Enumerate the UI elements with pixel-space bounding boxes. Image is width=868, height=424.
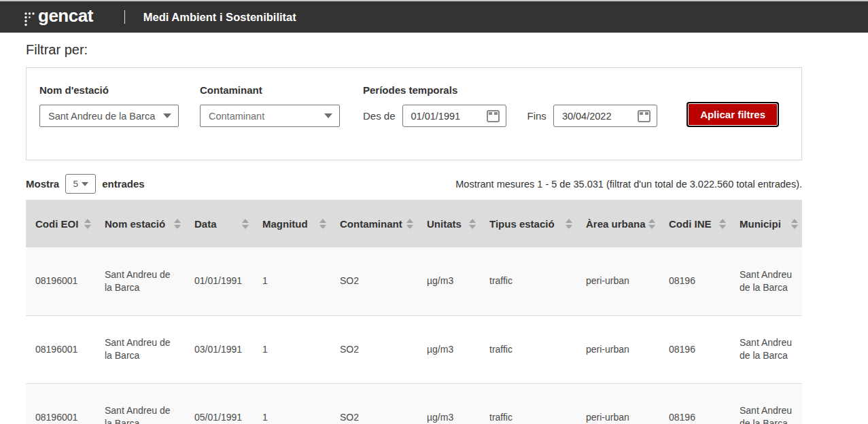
column-header-label: Data bbox=[194, 218, 217, 230]
contaminant-filter-group: Contaminant Contaminant bbox=[200, 84, 340, 127]
table-cell: 08196 bbox=[659, 247, 730, 315]
sort-icon[interactable] bbox=[719, 219, 726, 229]
table-cell: 03/01/1991 bbox=[185, 315, 253, 383]
contaminant-select[interactable]: Contaminant bbox=[200, 105, 340, 127]
station-select[interactable]: Sant Andreu de la Barca bbox=[39, 105, 179, 127]
results-table-header-row: Codi EOINom estacióDataMagnitudContamina… bbox=[26, 200, 802, 247]
table-cell: Sant Andreu de la Barca bbox=[730, 383, 802, 424]
column-header-label: Unitats bbox=[427, 218, 462, 230]
list-controls: Mostra 5 entrades Mostrant mesures 1 - 5… bbox=[26, 174, 802, 194]
column-header[interactable]: Contaminant bbox=[330, 200, 417, 247]
date-to-label: Fins bbox=[527, 110, 546, 122]
column-header[interactable]: Data bbox=[185, 200, 253, 247]
table-cell: 08196001 bbox=[26, 383, 95, 424]
results-status: Mostrant mesures 1 - 5 de 35.031 (filtra… bbox=[455, 179, 802, 190]
gencat-logo[interactable]: gencat bbox=[24, 7, 93, 27]
table-cell: µg/m3 bbox=[417, 383, 480, 424]
column-header[interactable]: Magnitud bbox=[253, 200, 330, 247]
column-header[interactable]: Tipus estació bbox=[480, 200, 576, 247]
table-row: 08196001Sant Andreu de la Barca01/01/199… bbox=[26, 247, 802, 315]
sort-icon[interactable] bbox=[174, 219, 181, 229]
column-header-label: Magnitud bbox=[262, 218, 308, 230]
table-row: 08196001Sant Andreu de la Barca03/01/199… bbox=[26, 315, 802, 383]
sort-icon[interactable] bbox=[242, 219, 249, 229]
page-size-value: 5 bbox=[73, 179, 78, 189]
table-cell: Sant Andreu de la Barca bbox=[730, 247, 802, 315]
table-cell: traffic bbox=[480, 247, 576, 315]
table-cell: traffic bbox=[480, 315, 576, 383]
table-cell: 01/01/1991 bbox=[185, 247, 253, 315]
column-header[interactable]: Municipi bbox=[730, 200, 802, 247]
table-cell: SO2 bbox=[330, 247, 417, 315]
date-to-input[interactable]: 30/04/2022 bbox=[553, 105, 657, 127]
calendar-icon[interactable] bbox=[487, 110, 500, 122]
station-filter-group: Nom d'estació Sant Andreu de la Barca bbox=[39, 84, 179, 127]
column-header[interactable]: Nom estació bbox=[95, 200, 185, 247]
table-cell: 1 bbox=[253, 247, 330, 315]
column-header-label: Nom estació bbox=[105, 218, 165, 230]
chevron-down-icon bbox=[163, 113, 171, 118]
table-cell: Sant Andreu de la Barca bbox=[730, 315, 802, 383]
station-label: Nom d'estació bbox=[39, 84, 179, 98]
table-cell: 1 bbox=[253, 315, 330, 383]
table-cell: peri-urban bbox=[576, 383, 659, 424]
column-header-label: Tipus estació bbox=[489, 218, 555, 230]
table-cell: SO2 bbox=[330, 383, 417, 424]
date-to-value: 30/04/2022 bbox=[562, 111, 638, 122]
table-cell: SO2 bbox=[330, 315, 417, 383]
table-cell: 08196 bbox=[659, 315, 730, 383]
table-cell: 1 bbox=[253, 383, 330, 424]
table-cell: µg/m3 bbox=[417, 247, 480, 315]
sort-icon[interactable] bbox=[648, 219, 655, 229]
column-header[interactable]: Àrea urbana bbox=[576, 200, 659, 247]
filter-panel: Nom d'estació Sant Andreu de la Barca Co… bbox=[26, 67, 802, 160]
logo-text: gencat bbox=[38, 7, 93, 24]
chevron-down-icon bbox=[82, 182, 88, 186]
table-cell: 08196 bbox=[659, 383, 730, 424]
period-row: Des de 01/01/1991 Fins 30/04/2022 bbox=[363, 105, 657, 127]
show-label: Mostra bbox=[26, 178, 59, 190]
results-table-body: 08196001Sant Andreu de la Barca01/01/199… bbox=[26, 247, 802, 424]
contaminant-select-value: Contaminant bbox=[209, 111, 319, 122]
table-cell: traffic bbox=[480, 383, 576, 424]
navbar-separator bbox=[124, 10, 125, 24]
date-from-value: 01/01/1991 bbox=[411, 111, 487, 122]
main-content: Filtrar per: Nom d'estació Sant Andreu d… bbox=[0, 42, 868, 424]
column-header[interactable]: Codi EOI bbox=[26, 200, 95, 247]
column-header-label: Municipi bbox=[740, 218, 781, 230]
column-header[interactable]: Unitats bbox=[417, 200, 480, 247]
sort-icon[interactable] bbox=[566, 219, 572, 229]
sort-icon[interactable] bbox=[469, 219, 476, 229]
station-select-value: Sant Andreu de la Barca bbox=[48, 111, 158, 122]
sort-icon[interactable] bbox=[791, 219, 798, 229]
apply-filters-button[interactable]: Aplicar filtres bbox=[687, 102, 779, 127]
gencat-dots-icon bbox=[24, 10, 36, 27]
table-cell: Sant Andreu de la Barca bbox=[95, 247, 185, 315]
sort-icon[interactable] bbox=[406, 219, 413, 229]
top-navbar: gencat Medi Ambient i Sostenibilitat bbox=[0, 1, 868, 33]
column-header-label: Codi INE bbox=[669, 218, 712, 230]
apply-button-wrap: Aplicar filtres bbox=[687, 102, 779, 127]
chevron-down-icon bbox=[324, 113, 332, 118]
table-cell: 08196001 bbox=[26, 247, 95, 315]
period-filter-group: Períodes temporals Des de 01/01/1991 Fin… bbox=[363, 84, 657, 127]
sort-icon[interactable] bbox=[84, 219, 91, 229]
column-header[interactable]: Codi INE bbox=[659, 200, 730, 247]
period-label: Períodes temporals bbox=[363, 84, 657, 98]
date-from-label: Des de bbox=[363, 110, 396, 122]
page-size-select[interactable]: 5 bbox=[65, 174, 96, 194]
date-from-input[interactable]: 01/01/1991 bbox=[402, 105, 506, 127]
table-cell: Sant Andreu de la Barca bbox=[95, 383, 185, 424]
column-header-label: Àrea urbana bbox=[586, 218, 646, 230]
table-cell: peri-urban bbox=[576, 315, 659, 383]
page-title: Filtrar per: bbox=[26, 42, 802, 58]
results-table: Codi EOINom estacióDataMagnitudContamina… bbox=[26, 200, 802, 424]
table-cell: Sant Andreu de la Barca bbox=[95, 315, 185, 383]
site-section-title: Medi Ambient i Sostenibilitat bbox=[143, 11, 296, 24]
table-row: 08196001Sant Andreu de la Barca05/01/199… bbox=[26, 383, 802, 424]
column-header-label: Contaminant bbox=[340, 218, 402, 230]
calendar-icon[interactable] bbox=[638, 110, 650, 122]
sort-icon[interactable] bbox=[319, 219, 326, 229]
column-header-label: Codi EOI bbox=[35, 218, 78, 230]
table-cell: µg/m3 bbox=[417, 315, 480, 383]
